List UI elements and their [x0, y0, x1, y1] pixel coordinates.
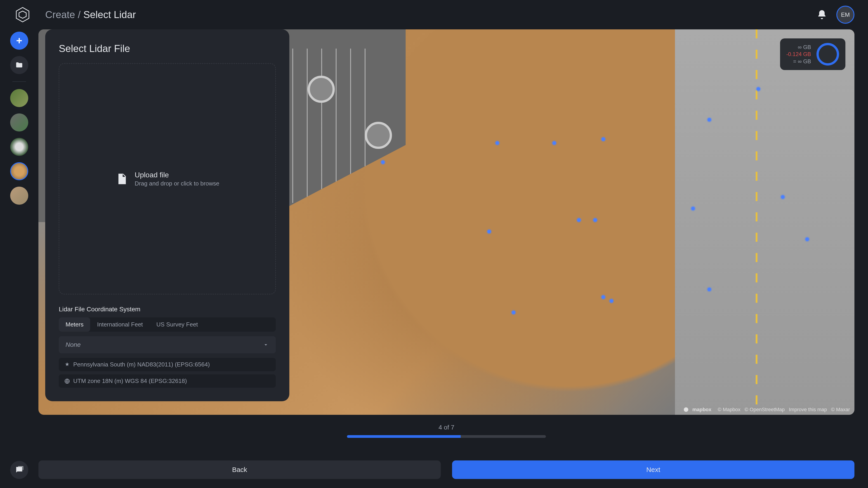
project-thumb[interactable]: [10, 187, 28, 205]
map-roundabout: [308, 76, 335, 103]
next-button[interactable]: Next: [452, 460, 855, 479]
map-point[interactable]: [691, 207, 695, 210]
breadcrumb-prefix: Create /: [45, 9, 81, 20]
project-thumb-active[interactable]: [10, 162, 28, 180]
upload-subtitle: Drag and drop or click to browse: [135, 180, 219, 187]
svg-marker-1: [19, 11, 26, 18]
map-point[interactable]: [601, 295, 605, 299]
quota-ring-icon: [816, 43, 839, 66]
map-attribution: mapbox © Mapbox © OpenStreetMap Improve …: [683, 407, 850, 413]
svg-rect-4: [120, 182, 123, 183]
back-button[interactable]: Back: [38, 460, 441, 479]
map-attrib-link[interactable]: © OpenStreetMap: [743, 407, 785, 412]
coord-preset[interactable]: UTM zone 18N (m) WGS 84 (EPSG:32618): [59, 375, 276, 388]
map-attrib-link[interactable]: © Maxar: [830, 407, 850, 412]
add-button[interactable]: [10, 32, 28, 50]
coord-system-select[interactable]: None: [59, 336, 276, 353]
chat-button[interactable]: [10, 461, 28, 479]
step-text: 4 of 7: [438, 424, 454, 431]
file-icon: [115, 173, 128, 185]
svg-point-6: [684, 408, 688, 412]
map-point[interactable]: [487, 230, 491, 233]
step-indicator: 4 of 7: [38, 424, 855, 438]
map-point[interactable]: [553, 141, 556, 145]
panel-title: Select Lidar File: [59, 43, 276, 54]
svg-rect-3: [120, 181, 124, 182]
project-thumb[interactable]: [10, 113, 28, 131]
select-value: None: [66, 341, 81, 348]
map-roundabout: [365, 122, 392, 149]
globe-icon: [64, 378, 70, 384]
coord-preset[interactable]: Pennsylvania South (m) NAD83(2011) (EPSG…: [59, 358, 276, 371]
unit-tab-international-feet[interactable]: International Feet: [90, 318, 149, 332]
project-thumb[interactable]: [10, 138, 28, 156]
progress-bar: [347, 435, 546, 438]
select-lidar-panel: Select Lidar File Upload file Drag and d…: [45, 29, 289, 401]
quota-remaining: = ∞ GB: [786, 58, 811, 65]
map-point[interactable]: [601, 137, 605, 141]
svg-rect-2: [120, 179, 124, 180]
preset-label: UTM zone 18N (m) WGS 84 (EPSG:32618): [73, 378, 187, 385]
map-canvas[interactable]: ∞ GB -0.124 GB = ∞ GB Select Lidar File: [38, 29, 855, 415]
quota-used: -0.124 GB: [786, 51, 811, 58]
sparkle-icon: [64, 362, 70, 367]
map-point[interactable]: [577, 218, 581, 222]
app-logo[interactable]: [13, 6, 32, 24]
upload-title: Upload file: [135, 171, 219, 179]
storage-quota: ∞ GB -0.124 GB = ∞ GB: [780, 38, 845, 70]
map-attrib-link[interactable]: Improve this map: [787, 407, 827, 412]
left-nav: [0, 29, 38, 488]
breadcrumb: Create / Select Lidar: [45, 9, 136, 20]
footer-buttons: Back Next: [38, 460, 855, 479]
notifications-icon[interactable]: [816, 9, 827, 20]
map-point[interactable]: [593, 218, 597, 222]
unit-tabs: MetersInternational FeetUS Survey Feet: [59, 318, 276, 332]
quota-total: ∞ GB: [786, 43, 811, 51]
svg-marker-0: [16, 7, 29, 22]
map-point[interactable]: [781, 195, 784, 199]
folder-button[interactable]: [10, 56, 28, 74]
nav-divider: [12, 81, 26, 82]
header: Create / Select Lidar EM: [0, 0, 868, 29]
avatar-initials: EM: [841, 11, 850, 18]
map-point[interactable]: [756, 87, 760, 91]
unit-tab-us-survey-feet[interactable]: US Survey Feet: [150, 318, 205, 332]
map-attrib-link[interactable]: © Mapbox: [718, 407, 741, 412]
avatar[interactable]: EM: [836, 6, 855, 24]
coord-system-label: Lidar File Coordinate System: [59, 306, 276, 313]
mapbox-logo-text: mapbox: [692, 407, 711, 413]
project-thumb[interactable]: [10, 89, 28, 107]
upload-dropzone[interactable]: Upload file Drag and drop or click to br…: [59, 63, 276, 294]
breadcrumb-current: Select Lidar: [84, 9, 136, 20]
preset-label: Pennsylvania South (m) NAD83(2011) (EPSG…: [73, 361, 210, 368]
unit-tab-meters[interactable]: Meters: [59, 318, 90, 332]
map-road: [675, 29, 855, 415]
mapbox-logo-icon: [683, 407, 689, 412]
map-point[interactable]: [495, 141, 499, 145]
progress-fill: [347, 435, 461, 438]
chevron-down-icon: [263, 341, 269, 348]
